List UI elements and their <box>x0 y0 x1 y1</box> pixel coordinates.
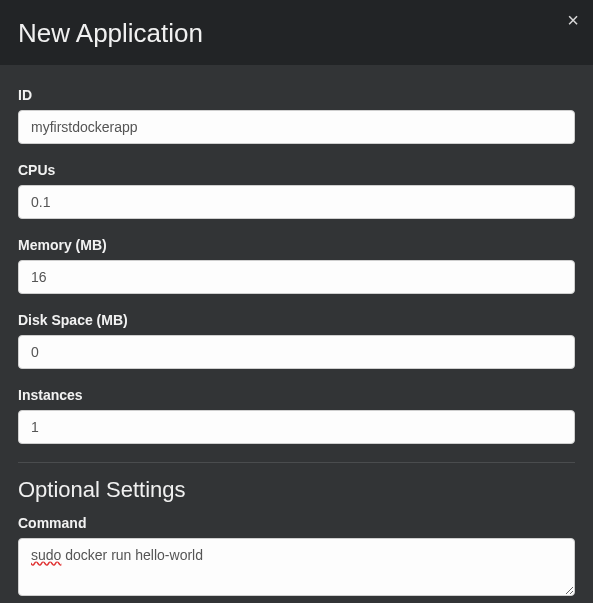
input-memory[interactable] <box>18 260 575 294</box>
label-instances: Instances <box>18 387 575 403</box>
optional-settings-title: Optional Settings <box>18 477 575 503</box>
close-icon[interactable]: × <box>567 10 579 30</box>
new-application-modal: New Application × ID CPUs Memory (MB) Di… <box>0 0 593 603</box>
field-memory: Memory (MB) <box>18 237 575 294</box>
field-instances: Instances <box>18 387 575 444</box>
field-id: ID <box>18 87 575 144</box>
command-text-rest: docker run hello-world <box>61 547 203 563</box>
field-command: Command sudo docker run hello-world <box>18 515 575 596</box>
input-instances[interactable] <box>18 410 575 444</box>
input-id[interactable] <box>18 110 575 144</box>
label-memory: Memory (MB) <box>18 237 575 253</box>
label-disk: Disk Space (MB) <box>18 312 575 328</box>
modal-header: New Application × <box>0 0 593 65</box>
input-disk[interactable] <box>18 335 575 369</box>
input-cpus[interactable] <box>18 185 575 219</box>
modal-title: New Application <box>18 18 575 49</box>
modal-body: ID CPUs Memory (MB) Disk Space (MB) Inst… <box>0 65 593 603</box>
command-text-spellerror: sudo <box>31 547 61 563</box>
field-disk: Disk Space (MB) <box>18 312 575 369</box>
label-id: ID <box>18 87 575 103</box>
label-cpus: CPUs <box>18 162 575 178</box>
label-command: Command <box>18 515 575 531</box>
textarea-command[interactable]: sudo docker run hello-world <box>18 538 575 596</box>
divider <box>18 462 575 463</box>
field-cpus: CPUs <box>18 162 575 219</box>
